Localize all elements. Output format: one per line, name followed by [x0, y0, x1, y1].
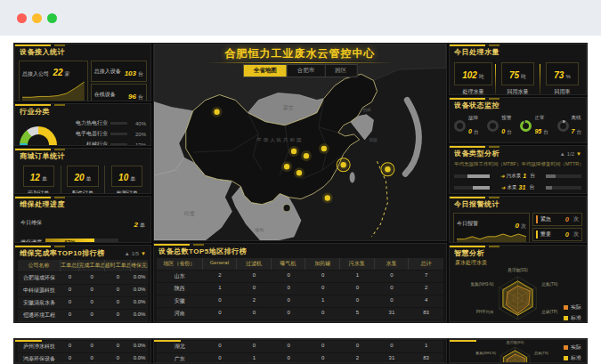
fullscreen-window-button[interactable] [47, 13, 57, 23]
cell: 0 [272, 308, 306, 320]
level-value: 0 [565, 215, 569, 223]
cell: 0 [61, 285, 78, 296]
region-rank-panel: 设备总数TOP5地区排行榜 地区（省份） General 过滤机 曝气机 加药罐… [153, 243, 447, 322]
gauge-value: 0 [501, 128, 505, 134]
table-row[interactable]: 恒通环境工程0000.0% [18, 310, 148, 321]
arrow-right-icon: ➜ [500, 173, 505, 179]
type-label: 水泵 [508, 184, 517, 190]
strip-rank-table: 庐州净水科技0000.0% 鸿泰环保设备0000.0% 绿洲环境治理0000.0… [14, 339, 151, 363]
table-row[interactable]: 山东2000107 [157, 271, 443, 282]
gauge-label: 离线 [572, 115, 581, 121]
dashboard-title: 合肥恒力工业废水云管控中心 [154, 46, 446, 63]
legend-label: 标准 [571, 314, 581, 322]
types-pagination[interactable]: ▲1/2▼ [560, 151, 581, 157]
water-label: 回用水量 [497, 88, 539, 95]
industry-legend-row: 机械行业 13% [61, 141, 146, 146]
svg-text:总磷(TP): 总磷(TP) [541, 310, 558, 314]
cell: 0 [203, 341, 238, 352]
right-column: 今日处理水量 102吨 处理水量 75吨 回用水量 73% 回用率 设备状 [449, 44, 587, 322]
order-value: 12 [30, 173, 40, 182]
alarm-today-value: 0 [516, 222, 519, 230]
cell: 3 [409, 320, 443, 322]
col-header: 维保完成率 [131, 260, 148, 271]
col-header: 完成工单总数 [79, 260, 105, 271]
gauge-offline: 离线7台 [557, 115, 581, 137]
cell: 河南 [157, 308, 203, 320]
page-up-icon[interactable]: ▲ [560, 151, 565, 157]
level-unit: 次 [573, 215, 579, 223]
cell: 0.0% [131, 285, 148, 296]
cell: 0 [105, 310, 131, 321]
level-value: 0 [565, 231, 569, 239]
tab-park-map[interactable]: 园区 [324, 65, 356, 77]
svg-text:氨氮(NH3-N): 氨氮(NH3-N) [471, 281, 494, 287]
maintenance-progress-panel: 维保处理进度 今日维保 2单 维保进度 67% 4717单 待保养 保养中 已延… [14, 196, 151, 243]
panel-title: 商城订单统计 [20, 151, 65, 161]
gauge-label: 预警 [501, 115, 511, 121]
china-map[interactable]: 蒙古中华人民共和国印度缅甸朝鲜韩国 合肥恒力工业废水云管控中心 全省地图 合肥市… [153, 44, 447, 241]
type-unit: 台 [529, 183, 534, 191]
level-unit: 次 [573, 231, 579, 239]
table-row[interactable]: 湖北0000001 [157, 341, 443, 352]
table-row[interactable]: 合肥瑞成环保0000.0% [18, 272, 148, 284]
access-trend-chart [22, 79, 85, 101]
tab-city-map[interactable]: 合肥市 [287, 65, 325, 77]
alarm-level-critical: 紧急0次 [532, 213, 582, 226]
page-down-icon[interactable]: ▼ [576, 151, 581, 157]
cell: 0 [375, 283, 410, 295]
industry-donut-chart [20, 126, 57, 147]
minimize-window-button[interactable] [32, 13, 42, 23]
gauge-dial-icon [487, 120, 499, 132]
cell: 四川 [157, 320, 203, 322]
page-down-icon[interactable]: ▼ [141, 251, 146, 256]
cell: 0 [79, 297, 105, 309]
svg-text:缅甸: 缅甸 [254, 227, 264, 233]
alarm-level-major: 重要0次 [532, 228, 582, 241]
table-row[interactable]: 陕西1000002 [157, 283, 443, 295]
cell: 0 [105, 297, 131, 309]
cell: 0 [203, 353, 238, 363]
col-header: 水泵 [375, 258, 410, 270]
table-row[interactable]: 安徽0201004 [157, 295, 443, 307]
table-row[interactable]: 四川3000003 [157, 320, 443, 322]
cell: 2 [409, 283, 443, 295]
table-row[interactable]: 庐州净水科技0000.0% [18, 341, 148, 352]
water-unit: 吨 [521, 74, 526, 79]
cell: 0.0% [131, 341, 148, 352]
order-stat-chemical: 12单 药剂订单 [17, 166, 61, 194]
dashboard: 设备接入统计 总接入公司 22家 总接入设备 103台 在线设备 96台 [13, 43, 588, 323]
table-row[interactable]: 中科绿源科技0000.0% [18, 285, 148, 296]
cell: 1 [340, 271, 375, 282]
col-header: 过滤机 [237, 258, 272, 270]
device-type-panel: 设备类型分析 ▲1/2▼ 平均无故障工作时间（MTBF） 平均故障修复时间（MT… [449, 145, 587, 194]
industry-legend-row: 电力热电行业 40% [61, 119, 146, 127]
mttr-bar-track [546, 174, 581, 178]
page-up-icon[interactable]: ▲ [125, 251, 130, 256]
svg-text:蒙古: 蒙古 [283, 105, 294, 111]
maintenance-progress-text: 67% [65, 239, 76, 243]
status-gauges: 故障0台 预警0台 正常95台 离线7台 [454, 115, 581, 137]
maintenance-row-unit: 单 [140, 222, 145, 228]
table-row[interactable]: 广东010023183 [157, 353, 443, 363]
legend-item: 标准 [564, 314, 581, 322]
panel-title: 维保处理进度 [20, 199, 65, 209]
order-stat-parts: 20单 配件订单 [61, 166, 105, 194]
mtbf-bar-track [454, 174, 490, 178]
page-indicator: 1/2 [567, 151, 574, 157]
legend-item: 实际 [564, 344, 581, 352]
table-row[interactable]: 河南000053183 [157, 308, 443, 320]
tab-province-map[interactable]: 全省地图 [244, 65, 287, 77]
table-row[interactable]: 安徽清泉水务0000.0% [18, 297, 148, 309]
rank-pagination[interactable]: ▲1/5▼ [125, 251, 146, 256]
cell: 0 [61, 272, 78, 284]
close-window-button[interactable] [17, 13, 27, 23]
cell: 0 [305, 271, 340, 282]
svg-text:总氮(TN): 总氮(TN) [541, 281, 558, 287]
cell: 1 [203, 283, 238, 295]
region-table-header: 地区（省份） General 过滤机 曝气机 加药罐 污水泵 水泵 总计 [157, 258, 443, 270]
order-stat-testing: 10单 检测订单 [104, 166, 149, 194]
gauge-value: 0 [468, 128, 472, 134]
col-header: 工单总数 [61, 260, 78, 271]
cell: 0 [305, 308, 340, 320]
table-row[interactable]: 鸿泰环保设备0000.0% [18, 353, 148, 363]
